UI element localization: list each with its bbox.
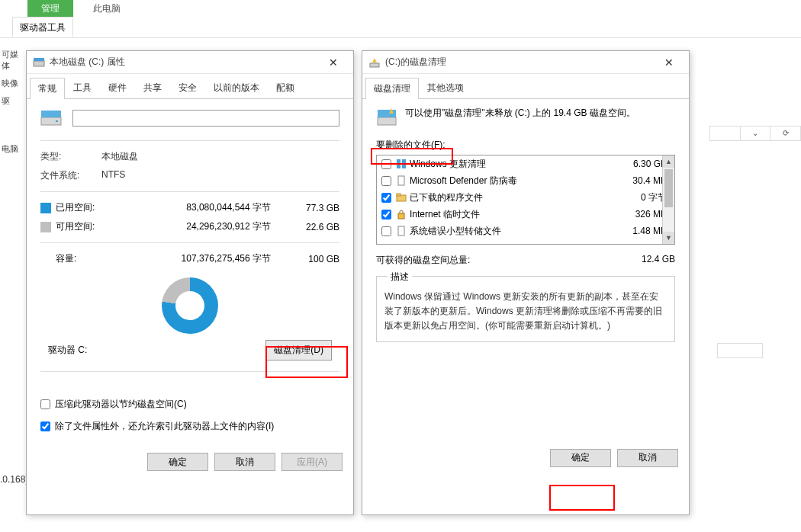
free-label: 可用空间:	[56, 220, 114, 233]
tab-cleanup-other[interactable]: 其他选项	[419, 77, 472, 98]
description-text: Windows 保留通过 Windows 更新安装的所有更新的副本，甚至在安装了…	[384, 290, 667, 334]
ribbon-subtab-drivetools[interactable]: 驱动器工具	[12, 17, 73, 37]
disk-cleanup-button[interactable]: 磁盘清理(D)	[265, 340, 332, 361]
scroll-up-icon[interactable]: ▲	[663, 155, 674, 168]
tab-sharing[interactable]: 共享	[135, 77, 170, 98]
tab-cleanup-main[interactable]: 磁盘清理	[365, 78, 419, 99]
fs-label: 文件系统:	[40, 169, 101, 182]
disk-usage-donut	[162, 277, 218, 334]
close-icon[interactable]: ✕	[320, 56, 347, 69]
compress-checkbox[interactable]	[40, 399, 50, 409]
file-list-item[interactable]: 已下载的程序文件0 字节	[377, 189, 674, 206]
file-list-item[interactable]: Internet 临时文件326 MB	[377, 206, 674, 223]
ok-button[interactable]: 确定	[550, 449, 611, 467]
type-label: 类型:	[40, 150, 101, 163]
scroll-down-icon[interactable]: ▼	[663, 232, 674, 244]
leftstrip-item: 可媒体	[0, 46, 23, 75]
index-checkbox-row[interactable]: 除了文件属性外，还允许索引此驱动器上文件的内容(I)	[40, 415, 339, 437]
file-type-icon	[396, 192, 407, 203]
drive-label: 驱动器 C:	[48, 344, 87, 357]
svg-rect-5	[370, 63, 379, 67]
compress-checkbox-row[interactable]: 压缩此驱动器以节约磁盘空间(C)	[40, 393, 339, 415]
file-list-item[interactable]: Windows 更新清理6.30 GB	[377, 155, 674, 172]
file-checkbox[interactable]	[381, 193, 391, 203]
file-type-icon	[396, 209, 407, 220]
gain-value: 12.4 GB	[642, 254, 675, 267]
tab-prevversions[interactable]: 以前的版本	[205, 77, 268, 98]
drive-name-input[interactable]	[72, 110, 339, 127]
tab-tools[interactable]: 工具	[65, 77, 100, 98]
cleanup-dialog: (C:)的磁盘清理 ✕ 磁盘清理 其他选项 可以使用"磁盘清理"来释放 (C:)…	[362, 50, 690, 515]
svg-rect-16	[398, 226, 404, 236]
svg-rect-4	[56, 120, 58, 122]
fs-value: NTFS	[101, 169, 125, 182]
svg-rect-1	[34, 58, 44, 61]
chevron-down-icon[interactable]: ⌄	[740, 127, 770, 140]
cancel-button[interactable]: 取消	[617, 449, 678, 467]
file-type-icon	[396, 175, 407, 186]
close-icon[interactable]: ✕	[655, 56, 683, 69]
free-swatch	[40, 222, 51, 232]
scroll-thumb[interactable]	[664, 169, 673, 207]
used-gb: 77.3 GB	[294, 203, 339, 213]
ok-button[interactable]: 确定	[147, 453, 208, 471]
cleanup-title: (C:)的磁盘清理	[385, 56, 655, 69]
description-legend: 描述	[388, 271, 412, 284]
tab-general[interactable]: 常规	[30, 78, 65, 99]
file-name: 系统错误小型转储文件	[410, 225, 616, 238]
gain-label: 可获得的磁盘空间总量:	[376, 254, 470, 267]
used-label: 已用空间:	[56, 201, 114, 214]
tab-hardware[interactable]: 硬件	[100, 77, 135, 98]
properties-titlebar: 本地磁盘 (C:) 属性 ✕	[27, 51, 353, 74]
properties-dialog: 本地磁盘 (C:) 属性 ✕ 常规 工具 硬件 共享 安全 以前的版本 配额 类…	[26, 50, 354, 515]
svg-rect-14	[397, 194, 400, 196]
svg-rect-6	[378, 117, 396, 125]
index-label: 除了文件属性外，还允许索引此驱动器上文件的内容(I)	[55, 420, 274, 433]
type-value: 本地磁盘	[101, 150, 138, 163]
free-bytes: 24,296,230,912 字节	[114, 220, 294, 233]
capacity-gb: 100 GB	[294, 254, 339, 264]
refresh-icon[interactable]: ⟳	[770, 127, 800, 140]
drive-icon	[40, 110, 62, 127]
free-gb: 22.6 GB	[294, 222, 339, 232]
file-type-icon	[396, 159, 407, 169]
svg-rect-15	[398, 213, 404, 219]
ribbon-tab-thispc[interactable]: 此电脑	[84, 0, 130, 17]
cancel-button[interactable]: 取消	[214, 453, 275, 471]
apply-button[interactable]: 应用(A)	[281, 453, 343, 471]
capacity-label: 容量:	[56, 252, 114, 265]
file-name: Windows 更新清理	[410, 158, 616, 171]
file-list-item[interactable]: 系统错误小型转储文件1.48 MB	[377, 223, 674, 239]
file-checkbox[interactable]	[381, 176, 391, 186]
file-checkbox[interactable]	[381, 226, 391, 236]
leftstrip-item: 电脑	[0, 140, 23, 158]
file-checkbox[interactable]	[381, 210, 391, 220]
tab-quota[interactable]: 配额	[268, 77, 303, 98]
properties-buttons: 确定 取消 应用(A)	[27, 445, 353, 479]
files-list[interactable]: Windows 更新清理6.30 GBMicrosoft Defender 防病…	[376, 155, 675, 245]
file-list-item[interactable]: Microsoft Defender 防病毒30.4 MB	[377, 172, 674, 189]
scrollbar[interactable]: ▲ ▼	[662, 155, 674, 244]
scroll-indicator	[717, 343, 763, 358]
leftstrip-item: 映像	[0, 75, 23, 92]
svg-rect-2	[41, 117, 61, 125]
properties-body: 类型:本地磁盘 文件系统:NTFS 已用空间: 83,080,044,544 字…	[27, 99, 353, 445]
file-checkbox[interactable]	[381, 159, 391, 169]
capacity-bytes: 107,376,275,456 字节	[114, 252, 294, 265]
index-checkbox[interactable]	[40, 421, 50, 431]
ribbon-tab-manage[interactable]: 管理	[27, 0, 73, 17]
files-to-delete-label: 要删除的文件(F):	[376, 139, 446, 152]
used-bytes: 83,080,044,544 字节	[114, 201, 294, 214]
description-fieldset: 描述 Windows 保留通过 Windows 更新安装的所有更新的副本，甚至在…	[376, 276, 675, 342]
compress-label: 压缩此驱动器以节约磁盘空间(C)	[55, 398, 187, 411]
bg-seg[interactable]	[710, 127, 740, 140]
svg-rect-10	[397, 165, 400, 168]
svg-rect-0	[34, 61, 44, 66]
file-name: 已下载的程序文件	[410, 191, 616, 204]
cleanup-icon	[368, 56, 381, 69]
cleanup-buttons: 确定 取消	[362, 441, 689, 475]
svg-rect-9	[402, 159, 406, 163]
tab-security[interactable]: 安全	[170, 77, 205, 98]
svg-rect-11	[402, 165, 406, 168]
drive-icon	[33, 56, 45, 69]
